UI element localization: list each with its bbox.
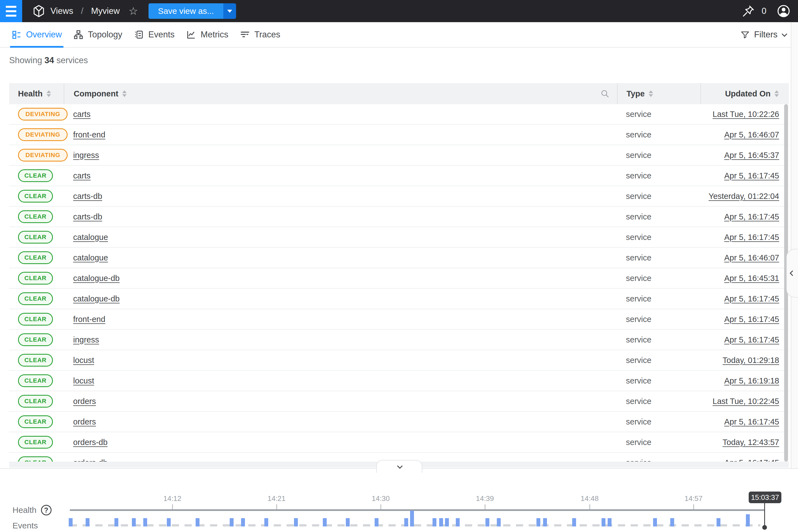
time-tick-mark bbox=[380, 504, 381, 509]
column-header-health[interactable]: Health bbox=[9, 83, 64, 104]
component-link[interactable]: locust bbox=[73, 356, 94, 365]
table-row: CLEAR catalogue service Apr 5, 16:17:45 bbox=[9, 227, 789, 248]
updated-on-link[interactable]: Today, 01:29:18 bbox=[723, 356, 779, 365]
event-bar bbox=[196, 518, 200, 527]
component-link[interactable]: locust bbox=[73, 376, 94, 385]
table-row: CLEAR carts-db service Yesterday, 01:22:… bbox=[9, 186, 789, 207]
component-link[interactable]: carts bbox=[73, 171, 91, 180]
updated-on-link[interactable]: Apr 5, 16:17:45 bbox=[724, 294, 779, 303]
tab-overview[interactable]: Overview bbox=[12, 22, 62, 47]
tab-events[interactable]: Events bbox=[134, 22, 174, 47]
time-tick-label: 14:30 bbox=[372, 494, 390, 503]
timeline-events-label: Events bbox=[13, 521, 38, 530]
updated-on-link[interactable]: Apr 5, 16:17:45 bbox=[724, 212, 779, 221]
type-cell: service bbox=[617, 335, 701, 344]
updated-on-link[interactable]: Apr 5, 16:45:31 bbox=[724, 274, 779, 283]
type-cell: service bbox=[617, 274, 701, 283]
current-time-tooltip: 15:03:37 bbox=[749, 492, 781, 503]
filters-button[interactable]: Filters bbox=[740, 30, 798, 40]
updated-on-link[interactable]: Apr 5, 16:45:37 bbox=[724, 151, 779, 159]
header-updated-label: Updated On bbox=[725, 89, 771, 98]
updated-on-link[interactable]: Apr 5, 16:19:18 bbox=[724, 376, 779, 385]
event-bar bbox=[486, 518, 489, 527]
updated-on-link[interactable]: Apr 5, 16:17:45 bbox=[724, 335, 779, 344]
table-row: CLEAR carts-db service Apr 5, 16:17:45 bbox=[9, 207, 789, 227]
event-bar bbox=[132, 518, 136, 527]
collapse-timeline-button[interactable] bbox=[376, 460, 422, 473]
component-link[interactable]: carts-db bbox=[73, 192, 102, 201]
time-tick-mark bbox=[484, 504, 486, 509]
column-header-type[interactable]: Type bbox=[617, 83, 701, 104]
services-table: Health Component Type Updated On DEVIATI… bbox=[9, 83, 789, 462]
event-bar bbox=[653, 518, 657, 527]
user-avatar-icon[interactable] bbox=[777, 4, 790, 18]
component-link[interactable]: orders bbox=[73, 417, 96, 426]
component-link[interactable]: front-end bbox=[73, 315, 105, 324]
updated-on-link[interactable]: Apr 5, 16:17:45 bbox=[724, 315, 779, 324]
save-view-split-button: Save view as... bbox=[149, 3, 236, 19]
component-link[interactable]: catalogue-db bbox=[73, 294, 120, 303]
column-header-updated-on[interactable]: Updated On bbox=[701, 83, 789, 104]
component-link[interactable]: orders-db bbox=[73, 458, 108, 462]
view-name: Myview bbox=[91, 6, 120, 16]
type-cell: service bbox=[617, 192, 701, 201]
component-link[interactable]: carts bbox=[73, 110, 91, 119]
event-bar bbox=[375, 518, 379, 527]
tab-label: Metrics bbox=[201, 30, 228, 40]
type-cell: service bbox=[617, 253, 701, 262]
component-link[interactable]: carts-db bbox=[73, 212, 102, 221]
component-link[interactable]: catalogue bbox=[73, 253, 108, 262]
updated-on-link[interactable]: Apr 5, 16:17:45 bbox=[724, 458, 779, 462]
event-bar bbox=[323, 518, 327, 527]
event-bar bbox=[114, 518, 118, 527]
tab-topology[interactable]: Topology bbox=[73, 22, 122, 47]
type-cell: service bbox=[617, 376, 701, 385]
type-cell: service bbox=[617, 110, 701, 119]
health-status-badge: DEVIATING bbox=[18, 149, 68, 162]
component-link[interactable]: ingress bbox=[73, 151, 99, 159]
breadcrumb-views-link[interactable]: Views bbox=[51, 6, 73, 16]
component-link[interactable]: orders-db bbox=[73, 438, 108, 446]
updated-on-link[interactable]: Apr 5, 16:46:07 bbox=[724, 130, 779, 139]
time-tick-mark bbox=[172, 504, 173, 509]
component-link[interactable]: orders bbox=[73, 397, 96, 406]
component-link[interactable]: front-end bbox=[73, 130, 105, 139]
event-bar bbox=[167, 518, 171, 527]
updated-on-link[interactable]: Last Tue, 10:22:45 bbox=[712, 397, 779, 406]
table-row: CLEAR locust service Today, 01:29:18 bbox=[9, 350, 789, 371]
updated-on-link[interactable]: Apr 5, 16:17:45 bbox=[724, 171, 779, 180]
current-time-marker-dot[interactable] bbox=[762, 525, 767, 530]
column-header-component[interactable]: Component bbox=[64, 83, 617, 104]
updated-on-link[interactable]: Apr 5, 16:17:45 bbox=[724, 233, 779, 242]
component-link[interactable]: ingress bbox=[73, 335, 99, 344]
updated-on-link[interactable]: Apr 5, 16:17:45 bbox=[724, 417, 779, 426]
results-summary: Showing 34 services bbox=[9, 55, 88, 65]
timeline-panel: Last 1 hour Topology Today, 15:03:37 Pau… bbox=[0, 468, 798, 532]
tab-traces[interactable]: Traces bbox=[240, 22, 280, 47]
updated-on-link[interactable]: Today, 12:43:57 bbox=[723, 438, 779, 446]
component-link[interactable]: catalogue-db bbox=[73, 274, 120, 283]
tab-metrics[interactable]: Metrics bbox=[186, 22, 228, 47]
updated-on-link[interactable]: Apr 5, 16:46:07 bbox=[724, 253, 779, 262]
updated-on-link[interactable]: Last Tue, 10:22:26 bbox=[712, 110, 779, 119]
expand-panel-button[interactable] bbox=[786, 249, 798, 298]
save-view-button[interactable]: Save view as... bbox=[149, 3, 223, 19]
component-link[interactable]: catalogue bbox=[73, 233, 108, 242]
type-cell: service bbox=[617, 458, 701, 462]
view-tab-bar: OverviewTopologyEventsMetricsTraces Filt… bbox=[0, 22, 798, 48]
time-tick-mark bbox=[693, 504, 694, 509]
health-status-badge: CLEAR bbox=[18, 169, 53, 182]
table-row: CLEAR orders service Apr 5, 16:17:45 bbox=[9, 412, 789, 432]
table-row: DEVIATING ingress service Apr 5, 16:45:3… bbox=[9, 145, 789, 166]
help-icon[interactable]: ? bbox=[41, 505, 52, 515]
table-row: CLEAR front-end service Apr 5, 16:17:45 bbox=[9, 309, 789, 330]
save-view-dropdown-caret[interactable] bbox=[223, 3, 236, 19]
menu-button[interactable] bbox=[0, 0, 22, 22]
favorite-star-icon[interactable]: ☆ bbox=[129, 5, 138, 17]
summary-count: 34 bbox=[44, 55, 54, 65]
health-timeline-line bbox=[70, 509, 765, 511]
pin-icon[interactable] bbox=[742, 4, 755, 18]
search-icon[interactable] bbox=[600, 89, 610, 99]
table-row: DEVIATING front-end service Apr 5, 16:46… bbox=[9, 125, 789, 145]
updated-on-link[interactable]: Yesterday, 01:22:04 bbox=[708, 192, 779, 201]
